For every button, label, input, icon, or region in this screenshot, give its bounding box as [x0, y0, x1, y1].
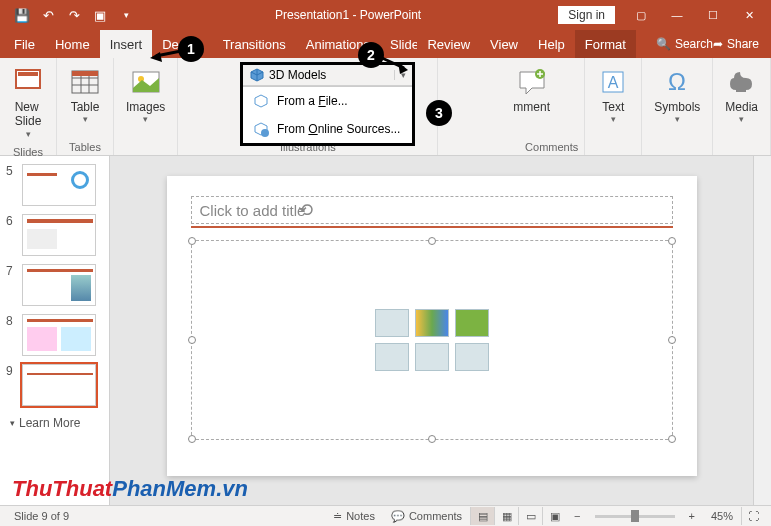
fit-to-window-icon[interactable]: ⛶ [741, 507, 765, 525]
normal-view-icon[interactable]: ▤ [470, 507, 494, 525]
redo-icon[interactable]: ↷ [62, 3, 86, 27]
tab-slideshow[interactable]: Slide Show [380, 30, 417, 58]
media-button[interactable]: Media ▾ [719, 62, 764, 129]
resize-handle[interactable] [188, 336, 196, 344]
group-tables-label: Tables [69, 139, 101, 155]
vertical-scrollbar[interactable] [753, 156, 771, 505]
minimize-icon[interactable]: — [659, 3, 695, 27]
thumbnail-5[interactable]: 5 [0, 160, 109, 210]
resize-handle[interactable] [668, 336, 676, 344]
comment-label: mment [513, 100, 550, 114]
thumb-preview [22, 164, 96, 206]
thumb-num: 7 [6, 264, 18, 278]
images-icon [130, 66, 162, 98]
content-placeholder[interactable] [191, 240, 673, 440]
content-placeholder-icons [375, 309, 489, 371]
chevron-down-icon: ▾ [143, 114, 148, 125]
notes-button[interactable]: ≐Notes [325, 510, 383, 523]
insert-picture-icon[interactable] [375, 343, 409, 371]
thumbnail-6[interactable]: 6 [0, 210, 109, 260]
comment-button[interactable]: mment [507, 62, 556, 118]
menu-from-file-label: From a File... [277, 94, 348, 108]
start-from-beginning-icon[interactable]: ▣ [88, 3, 112, 27]
chevron-down-icon: ▾ [10, 418, 15, 428]
tab-file[interactable]: File [4, 30, 45, 58]
resize-handle[interactable] [668, 237, 676, 245]
insert-smartart-icon[interactable] [455, 309, 489, 337]
tab-review[interactable]: Review [417, 30, 480, 58]
table-button[interactable]: Table ▾ [63, 62, 107, 129]
tab-format[interactable]: Format [575, 30, 636, 58]
quick-access-toolbar: 💾 ↶ ↷ ▣ ▾ [4, 3, 138, 27]
ribbon-display-options-icon[interactable]: ▢ [623, 3, 659, 27]
tab-transitions[interactable]: Transitions [213, 30, 296, 58]
thumb-preview [22, 314, 96, 356]
sign-in-button[interactable]: Sign in [558, 6, 615, 24]
comments-button[interactable]: 💬Comments [383, 510, 470, 523]
tab-help[interactable]: Help [528, 30, 575, 58]
group-media: Media ▾ [713, 58, 771, 155]
slide[interactable]: Click to add title ⟲ [167, 176, 697, 476]
insert-table-icon[interactable] [375, 309, 409, 337]
watermark-c: .vn [216, 476, 248, 501]
resize-handle[interactable] [428, 435, 436, 443]
thumbnail-8[interactable]: 8 [0, 310, 109, 360]
insert-online-picture-icon[interactable] [415, 343, 449, 371]
learn-more-link[interactable]: ▾ Learn More [0, 410, 109, 436]
3d-models-icon [249, 67, 265, 83]
callout-badge-1: 1 [178, 36, 204, 62]
insert-chart-icon[interactable] [415, 309, 449, 337]
zoom-thumb[interactable] [631, 510, 639, 522]
watermark-b: PhanMem [112, 476, 216, 501]
zoom-in-button[interactable]: + [681, 510, 703, 522]
reading-view-icon[interactable]: ▭ [518, 507, 542, 525]
menu-from-online[interactable]: From Online Sources... [243, 115, 412, 143]
insert-video-icon[interactable] [455, 343, 489, 371]
slideshow-view-icon[interactable]: ▣ [542, 507, 566, 525]
tab-insert[interactable]: Insert [100, 30, 153, 58]
share-button[interactable]: ➦ Share [713, 37, 771, 51]
menu-from-file[interactable]: From a File... [243, 87, 412, 115]
slide-sorter-view-icon[interactable]: ▦ [494, 507, 518, 525]
images-button[interactable]: Images ▾ [120, 62, 171, 129]
thumbnail-7[interactable]: 7 [0, 260, 109, 310]
slide-counter[interactable]: Slide 9 of 9 [6, 510, 77, 522]
group-text: A Text ▾ [585, 58, 642, 155]
title-placeholder[interactable]: Click to add title ⟲ [191, 196, 673, 224]
comment-icon [516, 66, 548, 98]
group-symbols: Ω Symbols ▾ [642, 58, 713, 155]
resize-handle[interactable] [188, 237, 196, 245]
comments-icon: 💬 [391, 510, 405, 523]
chevron-down-icon: ▾ [675, 114, 680, 125]
save-icon[interactable]: 💾 [10, 3, 34, 27]
resize-handle[interactable] [428, 237, 436, 245]
spacer [676, 139, 679, 155]
slide-canvas-area[interactable]: Click to add title ⟲ [110, 156, 753, 505]
search-button[interactable]: 🔍 Search [656, 37, 713, 51]
symbols-button[interactable]: Ω Symbols ▾ [648, 62, 706, 129]
new-slide-label: New Slide [15, 100, 42, 129]
rotate-cursor-icon: ⟲ [298, 199, 313, 221]
table-icon [69, 66, 101, 98]
thumbnail-9[interactable]: 9 [0, 360, 109, 410]
zoom-out-button[interactable]: − [566, 510, 588, 522]
learn-more-label: Learn More [19, 416, 80, 430]
new-slide-button[interactable]: New Slide ▾ [6, 62, 50, 144]
new-slide-icon [12, 66, 44, 98]
tab-view[interactable]: View [480, 30, 528, 58]
close-icon[interactable]: ✕ [731, 3, 767, 27]
chevron-down-icon: ▾ [611, 114, 616, 125]
slide-thumbnails-panel[interactable]: 5 6 7 8 9 ▾ Learn More [0, 156, 110, 505]
chevron-down-icon: ▾ [26, 129, 31, 140]
tab-home[interactable]: Home [45, 30, 100, 58]
undo-icon[interactable]: ↶ [36, 3, 60, 27]
maximize-icon[interactable]: ☐ [695, 3, 731, 27]
resize-handle[interactable] [188, 435, 196, 443]
svg-text:A: A [608, 74, 619, 91]
zoom-slider[interactable] [595, 515, 675, 518]
resize-handle[interactable] [668, 435, 676, 443]
svg-rect-1 [18, 72, 38, 76]
zoom-level[interactable]: 45% [703, 510, 741, 522]
text-button[interactable]: A Text ▾ [591, 62, 635, 129]
qat-customize-icon[interactable]: ▾ [114, 3, 138, 27]
